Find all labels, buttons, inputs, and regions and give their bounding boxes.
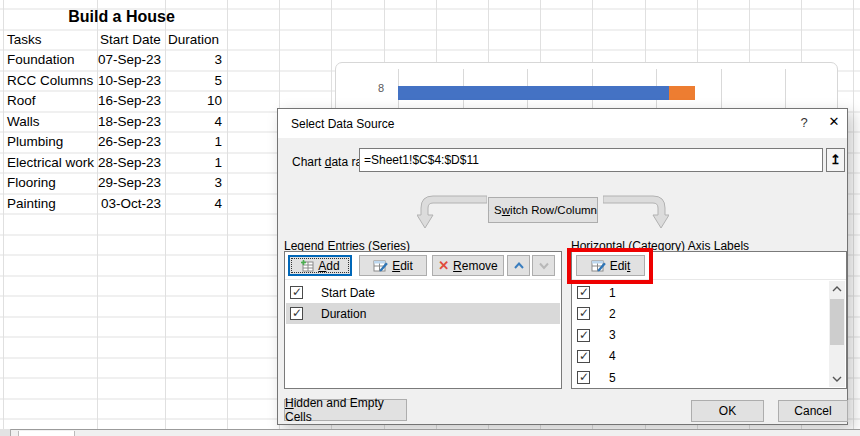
collapse-dialog-icon[interactable]: ↥ bbox=[826, 148, 845, 172]
table-row: Walls 18-Sep-23 4 bbox=[3, 111, 263, 132]
scrollbar-up-icon[interactable] bbox=[829, 281, 845, 297]
sheet-tab-strip bbox=[0, 429, 860, 436]
checkbox-checked[interactable]: ✓ bbox=[577, 371, 590, 384]
checkbox-checked[interactable]: ✓ bbox=[290, 307, 303, 320]
col-header-start-date: Start Date bbox=[97, 32, 165, 47]
cell-date: 26-Sep-23 bbox=[97, 134, 165, 149]
table-row: Foundation 07-Sep-23 3 bbox=[3, 50, 263, 71]
cancel-button[interactable]: Cancel bbox=[778, 400, 848, 422]
cell-date: 07-Sep-23 bbox=[97, 52, 165, 67]
axis-item-label: 1 bbox=[609, 286, 616, 300]
checkbox-checked[interactable]: ✓ bbox=[290, 286, 303, 299]
axis-item-label: 5 bbox=[609, 371, 616, 385]
legend-entries-panel: Add Edit ✕ Remove bbox=[284, 251, 562, 389]
edit-button-label: Edit bbox=[392, 259, 413, 273]
table-row: RCC Columns 10-Sep-23 5 bbox=[3, 70, 263, 91]
legend-item-duration[interactable]: ✓ Duration bbox=[286, 303, 560, 324]
cell-task: Electrical work bbox=[3, 155, 97, 170]
remove-button-label: Remove bbox=[453, 259, 498, 273]
scrollbar-down-icon[interactable] bbox=[829, 371, 845, 387]
cell-duration: 1 bbox=[165, 155, 227, 170]
cell-duration: 3 bbox=[165, 52, 227, 67]
cell-task: Plumbing bbox=[3, 134, 97, 149]
legend-item-start-date[interactable]: ✓ Start Date bbox=[286, 282, 560, 303]
col-header-duration: Duration bbox=[165, 32, 227, 47]
edit-table-icon bbox=[373, 259, 388, 272]
cell-date: 03-Oct-23 bbox=[97, 196, 165, 211]
table-row: Electrical work 28-Sep-23 1 bbox=[3, 152, 263, 173]
cell-task: Roof bbox=[3, 93, 97, 108]
annotation-highlight-box bbox=[567, 248, 653, 284]
cell-task: Painting bbox=[3, 196, 97, 211]
chart-data-range-input[interactable]: =Sheet1!$C$4:$D$11 bbox=[359, 148, 823, 172]
cell-task: Walls bbox=[3, 114, 97, 129]
add-button-label: Add bbox=[318, 259, 339, 273]
close-icon[interactable]: ✕ bbox=[822, 114, 846, 133]
axis-item-label: 3 bbox=[609, 328, 616, 342]
axis-item-5[interactable]: ✓ 5 bbox=[573, 367, 828, 388]
cell-duration: 4 bbox=[165, 114, 227, 129]
table-header-row: Tasks Start Date Duration bbox=[3, 29, 263, 50]
checkbox-checked[interactable]: ✓ bbox=[577, 329, 590, 342]
cell-date: 29-Sep-23 bbox=[97, 175, 165, 190]
move-down-button[interactable] bbox=[532, 255, 555, 276]
help-button[interactable]: ? bbox=[793, 115, 815, 133]
cell-duration: 1 bbox=[165, 134, 227, 149]
chevron-down-icon bbox=[537, 260, 551, 271]
cell-duration: 4 bbox=[165, 196, 227, 211]
curved-arrow-left-icon bbox=[417, 193, 487, 231]
cell-date: 28-Sep-23 bbox=[97, 155, 165, 170]
cell-task: Flooring bbox=[3, 175, 97, 190]
dialog-title: Select Data Source bbox=[291, 117, 394, 131]
axis-item-label: 4 bbox=[609, 349, 616, 363]
cell-date: 18-Sep-23 bbox=[97, 114, 165, 129]
cell-task: RCC Columns bbox=[3, 73, 97, 88]
cell-date: 16-Sep-23 bbox=[97, 93, 165, 108]
table-row: Plumbing 26-Sep-23 1 bbox=[3, 132, 263, 153]
switch-row-column-icon bbox=[489, 204, 490, 217]
axis-item-4[interactable]: ✓ 4 bbox=[573, 346, 828, 367]
scrollbar-thumb[interactable] bbox=[830, 299, 844, 345]
active-sheet-tab[interactable] bbox=[18, 431, 75, 436]
hidden-empty-cells-button[interactable]: Hidden and Empty Cells bbox=[284, 399, 407, 421]
legend-item-label: Start Date bbox=[321, 286, 375, 300]
cell-task: Foundation bbox=[3, 52, 97, 67]
remove-x-icon: ✕ bbox=[438, 258, 449, 273]
table-row: Painting 03-Oct-23 4 bbox=[3, 193, 263, 214]
chevron-up-icon bbox=[512, 260, 526, 271]
table-row: Roof 16-Sep-23 10 bbox=[3, 91, 263, 112]
axis-list-scrollbar[interactable] bbox=[829, 281, 845, 387]
checkbox-checked[interactable]: ✓ bbox=[577, 307, 590, 320]
chart-bar-duration[interactable] bbox=[669, 86, 695, 100]
legend-item-label: Duration bbox=[321, 307, 366, 321]
tab-scroll-box[interactable] bbox=[0, 429, 11, 436]
add-series-button[interactable]: Add bbox=[288, 255, 352, 276]
switch-row-column-button[interactable]: Switch Row/Column bbox=[488, 197, 598, 223]
chart-category-label: 8 bbox=[372, 82, 390, 94]
remove-series-button[interactable]: ✕ Remove bbox=[432, 255, 504, 276]
edit-series-button[interactable]: Edit bbox=[359, 255, 427, 276]
checkbox-checked[interactable]: ✓ bbox=[577, 350, 590, 363]
move-up-button[interactable] bbox=[507, 255, 530, 276]
curved-arrow-right-icon bbox=[603, 193, 669, 231]
dialog-titlebar[interactable]: Select Data Source ? ✕ bbox=[278, 109, 847, 138]
sheet-title: Build a House bbox=[3, 6, 240, 28]
legend-toolbar: Add Edit ✕ Remove bbox=[285, 252, 561, 280]
chart-bar-start-date[interactable] bbox=[398, 86, 669, 100]
checkbox-checked[interactable]: ✓ bbox=[577, 286, 590, 299]
axis-item-1[interactable]: ✓ 1 bbox=[573, 282, 828, 303]
cell-duration: 5 bbox=[165, 73, 227, 88]
cell-duration: 3 bbox=[165, 175, 227, 190]
select-data-source-dialog: Select Data Source ? ✕ Chart data range:… bbox=[277, 108, 848, 425]
axis-item-2[interactable]: ✓ 2 bbox=[573, 303, 828, 324]
col-header-tasks: Tasks bbox=[3, 32, 97, 47]
ok-button[interactable]: OK bbox=[691, 400, 764, 422]
cell-date: 10-Sep-23 bbox=[97, 73, 165, 88]
excel-workspace: Build a House Tasks Start Date Duration … bbox=[0, 0, 860, 436]
axis-item-3[interactable]: ✓ 3 bbox=[573, 325, 828, 346]
switch-row-column-label: Switch Row/Column bbox=[494, 204, 597, 216]
axis-item-label: 2 bbox=[609, 307, 616, 321]
table-row: Flooring 29-Sep-23 3 bbox=[3, 173, 263, 194]
add-table-icon bbox=[300, 259, 314, 272]
cell-duration: 10 bbox=[165, 93, 227, 108]
